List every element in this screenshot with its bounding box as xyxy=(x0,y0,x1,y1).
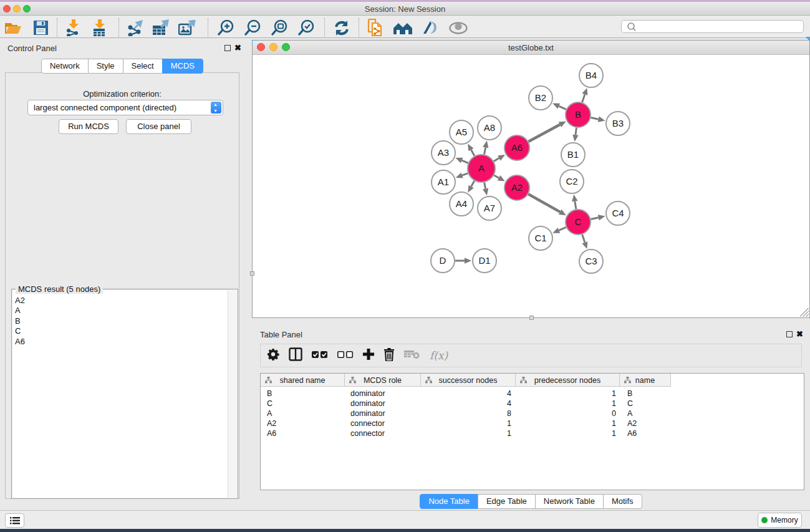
table-settings-icon[interactable] xyxy=(267,348,279,363)
cell[interactable]: dominator xyxy=(345,389,422,399)
cell[interactable]: A2 xyxy=(261,418,345,428)
home-layout-icon[interactable] xyxy=(392,18,413,37)
zoom-in-icon[interactable] xyxy=(215,18,236,37)
network-window-titlebar[interactable]: testGlobe.txt xyxy=(253,41,809,55)
graph-edge[interactable] xyxy=(471,150,474,156)
add-column-icon[interactable] xyxy=(363,349,374,362)
import-table-icon[interactable] xyxy=(89,18,110,37)
resize-handle-left[interactable] xyxy=(250,271,254,276)
hide-details-icon[interactable] xyxy=(420,18,441,37)
cell[interactable]: dominator xyxy=(345,409,422,418)
search-input[interactable] xyxy=(639,22,803,31)
table-row[interactable]: Adominator80A xyxy=(261,409,674,418)
graph-edge[interactable] xyxy=(494,175,499,178)
graph-edge[interactable] xyxy=(462,173,468,175)
cell[interactable]: 1 xyxy=(422,428,518,438)
graph-edge[interactable] xyxy=(575,201,576,210)
function-builder-icon[interactable]: f(x) xyxy=(430,349,448,362)
task-history-button[interactable] xyxy=(5,513,24,528)
graph-edge[interactable] xyxy=(485,183,486,189)
split-columns-icon[interactable] xyxy=(289,347,302,364)
mcds-result-item[interactable]: A xyxy=(12,306,237,316)
network-canvas[interactable]: B4B2BB3A5A8A6B1A3AC2A1A2A4A7C4CC1C3DD1 xyxy=(253,55,809,317)
graph-edge[interactable] xyxy=(582,94,585,102)
cell[interactable]: 4 xyxy=(422,399,518,409)
search-field[interactable] xyxy=(621,20,804,33)
graph-edge[interactable] xyxy=(494,158,499,162)
cell[interactable]: 1 xyxy=(518,399,622,409)
graph-edge[interactable] xyxy=(576,128,576,135)
graph-edge[interactable] xyxy=(528,194,560,212)
delete-table-icon[interactable] xyxy=(404,349,420,362)
delete-column-icon[interactable] xyxy=(383,348,395,364)
graph-edge[interactable] xyxy=(559,227,566,230)
cell[interactable]: A xyxy=(622,409,674,418)
close-panel-button[interactable]: Close panel xyxy=(126,119,191,134)
zoom-fit-icon[interactable] xyxy=(269,18,290,37)
table-row[interactable]: Cdominator41C xyxy=(261,399,674,409)
cell[interactable]: 1 xyxy=(518,428,622,438)
cell[interactable]: B xyxy=(622,389,674,399)
title-bar[interactable]: Session: New Session xyxy=(0,2,810,16)
cell[interactable]: 1 xyxy=(518,418,622,428)
graph-edge[interactable] xyxy=(591,117,599,119)
column-header-predecessor-nodes[interactable]: predecessor nodes xyxy=(516,374,620,387)
scrollbar-track[interactable] xyxy=(228,289,238,498)
import-network-icon[interactable] xyxy=(63,18,84,37)
cell[interactable]: C xyxy=(261,399,345,409)
criterion-select[interactable]: largest connected component (directed) xyxy=(27,100,223,115)
resize-grip-icon[interactable] xyxy=(800,308,809,317)
cell[interactable]: dominator xyxy=(345,399,422,409)
table-row[interactable]: Bdominator41B xyxy=(261,389,674,399)
cell[interactable]: C xyxy=(622,399,674,409)
column-header-MCDS-role[interactable]: MCDS role xyxy=(345,374,421,387)
tab-network-table[interactable]: Network Table xyxy=(535,494,604,509)
show-details-icon[interactable] xyxy=(448,18,469,37)
export-image-icon[interactable] xyxy=(176,18,198,37)
cell[interactable]: connector xyxy=(345,428,422,438)
cell[interactable]: A2 xyxy=(622,418,674,428)
table-close-panel-icon[interactable]: ✖ xyxy=(796,329,803,339)
export-table-icon[interactable] xyxy=(150,18,171,37)
zoom-selected-icon[interactable] xyxy=(296,18,317,37)
cell[interactable]: 8 xyxy=(422,409,518,418)
float-panel-icon[interactable] xyxy=(224,45,231,51)
cell[interactable]: 0 xyxy=(518,409,622,418)
column-header-name[interactable]: name xyxy=(620,374,671,387)
zoom-out-icon[interactable] xyxy=(242,18,263,37)
run-mcds-button[interactable]: Run MCDS xyxy=(59,119,118,134)
mcds-result-item[interactable]: C xyxy=(12,326,237,336)
save-session-icon[interactable] xyxy=(30,18,51,37)
clone-network-icon[interactable] xyxy=(365,18,386,37)
cell[interactable]: 1 xyxy=(518,389,622,399)
resize-handle-bottom[interactable] xyxy=(529,316,534,320)
graph-edge[interactable] xyxy=(528,125,560,142)
table-row[interactable]: A6connector11A6 xyxy=(261,428,674,438)
network-graph[interactable]: B4B2BB3A5A8A6B1A3AC2A1A2A4A7C4CC1C3DD1 xyxy=(253,55,809,317)
cell[interactable]: A xyxy=(261,409,345,418)
mcds-result-item[interactable]: B xyxy=(12,316,237,326)
memory-button[interactable]: Memory xyxy=(758,513,802,528)
cell[interactable]: 1 xyxy=(422,418,518,428)
tab-edge-table[interactable]: Edge Table xyxy=(478,494,536,509)
deselect-all-icon[interactable] xyxy=(337,350,354,361)
graph-edge[interactable] xyxy=(582,235,585,243)
select-all-icon[interactable] xyxy=(312,350,328,361)
cell[interactable]: B xyxy=(261,389,345,399)
tab-network[interactable]: Network xyxy=(41,59,89,74)
tab-select[interactable]: Select xyxy=(123,59,163,74)
mcds-result-item[interactable]: A6 xyxy=(12,337,237,347)
column-header-shared-name[interactable]: shared name xyxy=(261,374,345,387)
export-network-icon[interactable] xyxy=(125,18,146,37)
mcds-result-list[interactable]: A2ABCA6 xyxy=(12,290,237,498)
graph-edge[interactable] xyxy=(591,218,599,220)
close-panel-icon[interactable]: ✖ xyxy=(234,43,241,52)
graph-edge[interactable] xyxy=(559,106,566,109)
graph-edge[interactable] xyxy=(485,147,486,154)
graph-edge[interactable] xyxy=(462,160,468,163)
tab-style[interactable]: Style xyxy=(88,59,123,74)
table-row[interactable]: A2connector11A2 xyxy=(261,418,674,428)
column-header-successor-nodes[interactable]: successor nodes xyxy=(421,374,516,387)
mcds-result-item[interactable]: A2 xyxy=(12,296,237,306)
tab-node-table[interactable]: Node Table xyxy=(420,494,478,509)
